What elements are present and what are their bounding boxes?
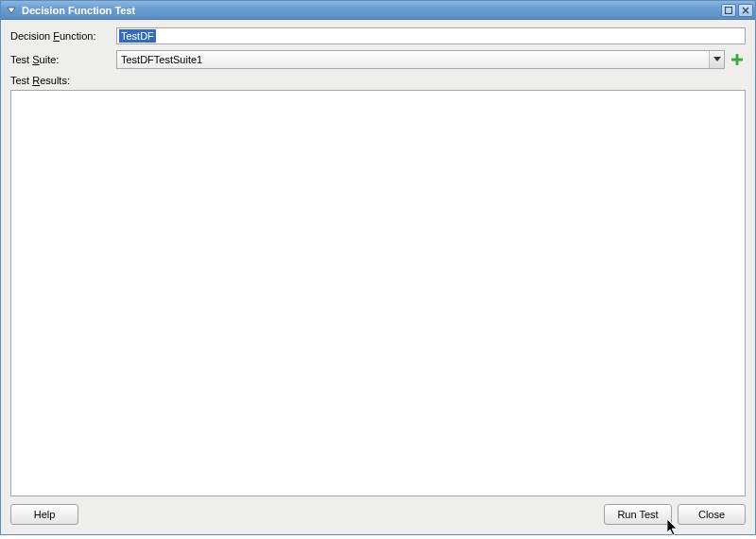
close-window-button[interactable] [738,4,753,17]
svg-rect-1 [726,7,732,13]
add-test-suite-button[interactable] [729,51,746,68]
maximize-button[interactable] [721,4,736,17]
svg-marker-4 [713,57,721,61]
label-part: Decision [10,30,53,42]
titlebar: Decision Function Test [1,1,755,20]
chevron-down-icon[interactable] [709,51,724,68]
test-results-label: Test Results: [10,75,746,86]
dialog-window: Decision Function Test Decision Function… [0,0,756,535]
window-title: Decision Function Test [22,5,719,16]
decision-function-input[interactable]: TestDF [116,27,746,44]
close-button[interactable]: Close [678,504,746,525]
run-test-button[interactable]: Run Test [604,504,672,525]
button-bar: Help Run Test Close [1,504,755,534]
label-part: esults: [40,75,70,86]
decision-function-label: Decision Function: [10,30,112,42]
label-part: Test [10,75,32,86]
test-suite-label: Test Suite: [10,54,112,65]
label-part: Test [10,54,32,65]
test-suite-row: Test Suite: TestDFTestSuite1 [10,50,746,69]
label-part: uite: [40,54,60,65]
label-mnemonic: R [32,75,40,86]
test-suite-value: TestDFTestSuite1 [121,54,709,65]
svg-rect-6 [731,59,743,61]
label-part: unction: [60,30,96,42]
label-mnemonic: F [53,30,60,42]
help-button[interactable]: Help [10,504,78,525]
label-mnemonic: S [32,54,39,65]
decision-function-row: Decision Function: TestDF [10,27,746,44]
app-icon [5,4,18,17]
svg-marker-0 [8,8,15,13]
content-area: Decision Function: TestDF Test Suite: Te… [1,20,755,504]
test-results-area[interactable] [10,90,746,496]
test-suite-combobox[interactable]: TestDFTestSuite1 [116,50,725,69]
decision-function-value: TestDF [119,29,156,43]
